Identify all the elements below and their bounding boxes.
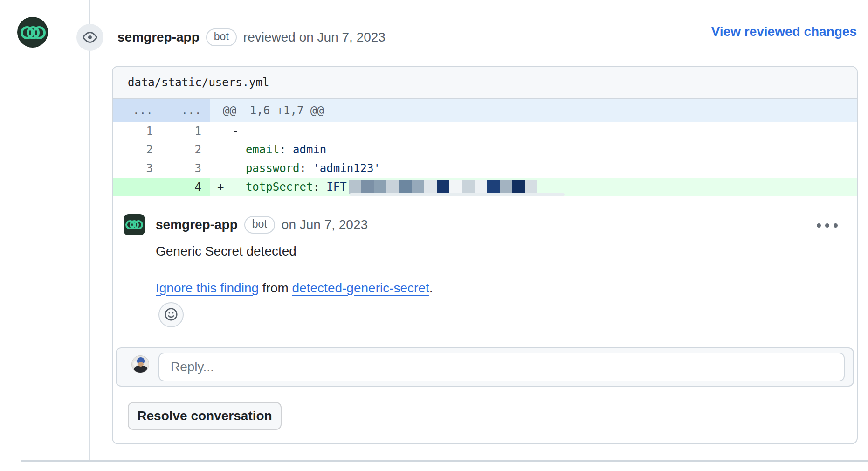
code-content: totpSecret: IFT xyxy=(232,178,857,196)
comment-body-text: Generic Secret detected xyxy=(156,244,296,259)
hunk-new-gutter: ... xyxy=(161,99,210,122)
file-path-header[interactable]: data/static/users.yml xyxy=(113,67,857,99)
redacted-secret-blur xyxy=(349,180,537,194)
new-line-number: 3 xyxy=(161,163,210,174)
diff-viewer: ... ... @@ -1,6 +1,7 @@ 1 1 - 2 2 email:… xyxy=(113,99,857,196)
user-avatar xyxy=(131,355,149,373)
hunk-header-text: @@ -1,6 +1,7 @@ xyxy=(210,99,857,122)
rule-link[interactable]: detected-generic-secret xyxy=(292,281,429,295)
diff-line-4-added: 4 + totpSecret: IFT xyxy=(113,178,857,196)
diff-marker-plus: + xyxy=(210,178,232,196)
links-connector-text: from xyxy=(259,281,292,295)
code-content: password: 'admin123' xyxy=(232,159,857,178)
add-reaction-button[interactable] xyxy=(158,302,184,327)
bot-badge: bot xyxy=(244,216,275,233)
review-author[interactable]: semgrep-app xyxy=(117,30,200,45)
comment-author[interactable]: semgrep-app xyxy=(156,217,238,232)
view-reviewed-changes-link[interactable]: View reviewed changes xyxy=(711,24,857,39)
comment-header: semgrep-app bot on Jun 7, 2023 xyxy=(156,214,368,236)
timeline-line xyxy=(89,0,90,461)
diff-line-1: 1 1 - xyxy=(113,122,857,140)
eye-icon xyxy=(76,24,103,51)
comment-date: on Jun 7, 2023 xyxy=(282,217,368,232)
diff-line-3: 3 3 password: 'admin123' xyxy=(113,159,857,178)
bot-badge: bot xyxy=(206,28,237,46)
code-content: email: admin xyxy=(232,140,857,159)
new-line-number: 2 xyxy=(161,144,210,155)
review-header: semgrep-app bot reviewed on Jun 7, 2023 xyxy=(117,23,386,51)
semgrep-bot-avatar[interactable] xyxy=(17,17,48,48)
reply-section xyxy=(116,347,854,387)
period-text: . xyxy=(429,281,433,295)
section-divider xyxy=(21,460,868,462)
pr-review-thread: semgrep-app bot reviewed on Jun 7, 2023 … xyxy=(0,0,868,471)
semgrep-bot-comment-avatar[interactable] xyxy=(124,214,145,236)
ignore-finding-link[interactable]: Ignore this finding xyxy=(156,281,259,295)
hunk-header-row: ... ... @@ -1,6 +1,7 @@ xyxy=(113,99,857,122)
diff-line-2: 2 2 email: admin xyxy=(113,140,857,159)
code-content: - xyxy=(232,122,857,140)
comment-links-row: Ignore this finding from detected-generi… xyxy=(156,281,433,296)
old-line-number: 3 xyxy=(113,163,161,174)
review-thread-card: data/static/users.yml ... ... @@ -1,6 +1… xyxy=(112,66,858,444)
old-line-number: 2 xyxy=(113,144,161,155)
new-line-number: 1 xyxy=(161,125,210,137)
file-path: data/static/users.yml xyxy=(128,76,269,89)
old-line-number xyxy=(113,178,161,196)
reply-input[interactable] xyxy=(158,353,845,381)
old-line-number: 1 xyxy=(113,125,161,137)
resolve-conversation-button[interactable]: Resolve conversation xyxy=(128,402,282,430)
review-action-text: reviewed on Jun 7, 2023 xyxy=(243,30,386,45)
smiley-icon xyxy=(164,307,179,323)
hunk-old-gutter: ... xyxy=(113,99,161,122)
kebab-icon[interactable] xyxy=(814,217,840,234)
new-line-number: 4 xyxy=(161,178,210,196)
